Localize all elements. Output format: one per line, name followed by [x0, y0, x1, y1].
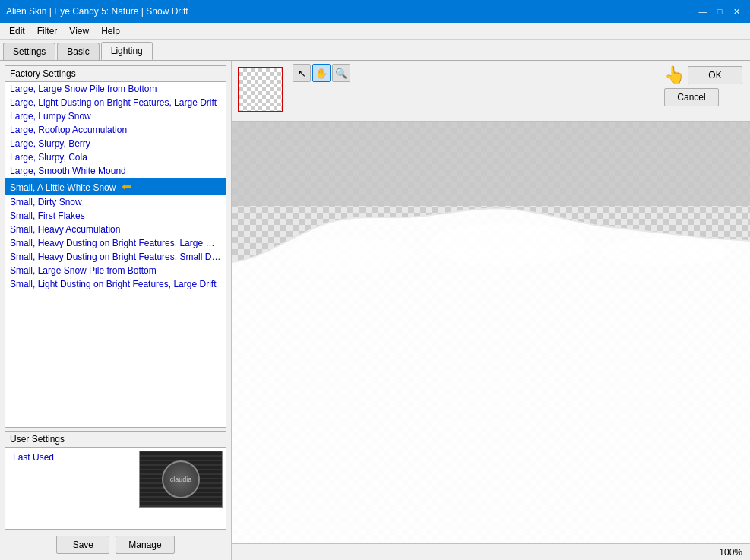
bottom-buttons: Save Manage — [0, 533, 231, 560]
svg-point-3 — [601, 238, 726, 266]
snow-drift-canvas — [232, 122, 750, 543]
thumbnail-inner: claudia — [140, 451, 222, 507]
right-panel: ↖ ✋ 🔍 👆 OK Cancel — [232, 61, 750, 560]
menu-view[interactable]: View — [63, 24, 95, 38]
list-item[interactable]: Large, Large Snow Pile from Bottom — [5, 82, 226, 96]
list-item[interactable]: Large, Smooth White Mound — [5, 164, 226, 178]
checker-background — [232, 122, 750, 543]
menu-filter[interactable]: Filter — [31, 24, 64, 38]
maximize-button[interactable]: □ — [712, 4, 727, 19]
cancel-button[interactable]: Cancel — [664, 88, 719, 106]
ok-pointer-icon: 👆 — [664, 65, 685, 85]
list-item[interactable]: Large, Slurpy, Berry — [5, 137, 226, 150]
top-right-area: ↖ ✋ 🔍 👆 OK Cancel — [232, 61, 750, 122]
list-item[interactable]: Large, Slurpy, Cola — [5, 150, 226, 164]
user-settings-list: Last Used — [8, 451, 134, 508]
list-item[interactable]: Small, Heavy Dusting on Bright Features,… — [5, 236, 226, 250]
list-item[interactable]: Large, Lumpy Snow — [5, 109, 226, 123]
manage-button[interactable]: Manage — [116, 536, 174, 554]
svg-point-2 — [428, 223, 585, 266]
zoom-tool-icon[interactable]: 🔍 — [332, 64, 350, 82]
factory-settings-container: Factory Settings Large, Large Snow Pile … — [5, 65, 226, 428]
tab-settings[interactable]: Settings — [3, 43, 55, 60]
list-item[interactable]: Small, Large Snow Pile from Bottom — [5, 264, 226, 277]
minimize-button[interactable]: — — [695, 4, 710, 19]
menu-edit[interactable]: Edit — [3, 24, 31, 38]
list-item[interactable]: Large, Light Dusting on Bright Features,… — [5, 96, 226, 109]
user-settings-container: User Settings Last Used claudia — [5, 431, 226, 530]
list-item[interactable]: Small, Heavy Accumulation — [5, 223, 226, 236]
window-title: Alien Skin | Eye Candy 5: Nature | Snow … — [6, 6, 188, 17]
user-settings-body: Last Used claudia — [5, 448, 226, 511]
ok-button[interactable]: OK — [688, 66, 742, 84]
list-item[interactable]: Small, Dirty Snow — [5, 195, 226, 209]
thumbnail-circle: claudia — [162, 460, 200, 498]
list-item[interactable]: Small, Light Dusting on Bright Features,… — [5, 277, 226, 291]
left-panel: Factory Settings Large, Large Snow Pile … — [0, 61, 232, 560]
status-bar: 100% — [232, 543, 750, 560]
menu-bar: Edit Filter View Help — [0, 23, 750, 40]
tab-bar: Settings Basic Lighting — [0, 40, 750, 61]
window-controls: — □ ✕ — [695, 4, 744, 19]
action-buttons: 👆 OK Cancel — [664, 65, 742, 106]
preview-thumbnail — [238, 67, 283, 112]
factory-settings-label: Factory Settings — [5, 66, 226, 82]
main-layout: Factory Settings Large, Large Snow Pile … — [0, 61, 750, 560]
tab-basic[interactable]: Basic — [57, 43, 99, 60]
hand-tool-icon[interactable]: ✋ — [312, 64, 331, 82]
thumbnail-label: claudia — [170, 476, 192, 483]
selection-arrow-icon: ⬅ — [122, 179, 131, 194]
cursor-tool-icon[interactable]: ↖ — [293, 64, 311, 82]
save-button[interactable]: Save — [56, 536, 109, 554]
toolbar-icons: ↖ ✋ 🔍 — [293, 64, 350, 82]
list-item[interactable]: Large, Rooftop Accumulation — [5, 123, 226, 137]
list-item[interactable]: Small, First Flakes — [5, 209, 226, 223]
list-item[interactable]: Small, Heavy Dusting on Bright Features,… — [5, 250, 226, 264]
zoom-level: 100% — [719, 547, 742, 558]
last-used-item[interactable]: Last Used — [8, 451, 134, 464]
preset-thumbnail: claudia — [139, 451, 223, 508]
menu-help[interactable]: Help — [95, 24, 126, 38]
close-button[interactable]: ✕ — [729, 4, 744, 19]
svg-rect-0 — [232, 122, 750, 206]
settings-list[interactable]: Large, Large Snow Pile from Bottom Large… — [5, 82, 226, 427]
svg-point-1 — [286, 238, 412, 273]
title-bar: Alien Skin | Eye Candy 5: Nature | Snow … — [0, 0, 750, 23]
user-settings-label: User Settings — [5, 432, 226, 448]
list-item-selected[interactable]: Small, A Little White Snow ⬅ — [5, 178, 226, 195]
tab-lighting[interactable]: Lighting — [101, 42, 153, 60]
canvas-area[interactable] — [232, 122, 750, 543]
